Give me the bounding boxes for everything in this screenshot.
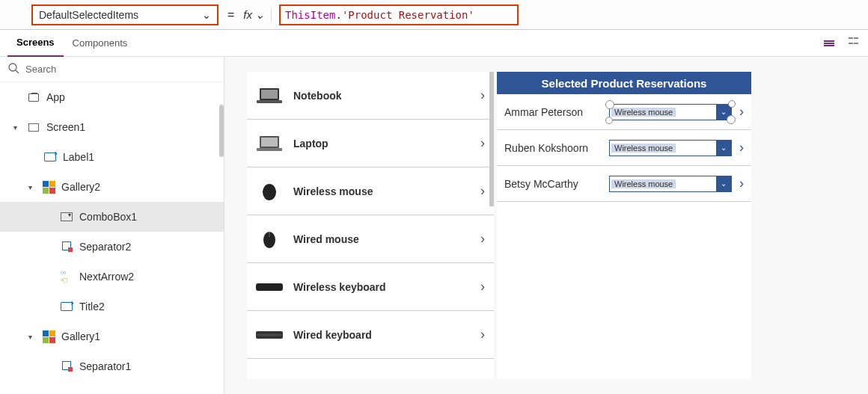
svg-rect-6 bbox=[261, 138, 278, 147]
tree-item-screen1[interactable]: ▾ Screen1 bbox=[0, 112, 224, 142]
chevron-down-icon: ▾ bbox=[13, 123, 21, 132]
gallery-icon bbox=[42, 180, 55, 194]
formula-string: 'Product Reservation' bbox=[342, 9, 474, 21]
keyboard-icon bbox=[256, 324, 283, 346]
reservations-gallery[interactable]: Selected Product Reservations Ammar Pete… bbox=[497, 72, 751, 379]
combobox-icon bbox=[60, 210, 73, 224]
tab-screens[interactable]: Screens bbox=[7, 30, 64, 57]
app-icon bbox=[27, 90, 40, 104]
fx-label[interactable]: fx ⌄ bbox=[243, 8, 272, 22]
svg-point-8 bbox=[263, 184, 276, 200]
product-gallery[interactable]: Notebook › Laptop › Wireless mouse › Wir… bbox=[247, 72, 494, 379]
tree-item-label1[interactable]: Label1 bbox=[0, 142, 224, 172]
search-placeholder: Search bbox=[25, 64, 56, 75]
chevron-right-icon[interactable]: › bbox=[480, 231, 485, 247]
search-icon bbox=[7, 62, 19, 76]
laptop-icon bbox=[256, 132, 283, 155]
scrollbar[interactable] bbox=[219, 105, 224, 157]
formula-keyword: ThisItem bbox=[285, 9, 335, 21]
property-name: DefaultSelectedItems bbox=[39, 9, 138, 21]
tree-item-app[interactable]: App bbox=[0, 82, 224, 112]
list-view-icon[interactable] bbox=[822, 36, 837, 51]
tree-item-separator1[interactable]: Separator1 bbox=[0, 351, 224, 381]
formula-input[interactable]: ThisItem.'Product Reservation' bbox=[279, 4, 519, 25]
tree-item-gallery2[interactable]: ▾ Gallery2 bbox=[0, 172, 224, 202]
nextarrow-icon bbox=[60, 270, 73, 283]
chevron-right-icon[interactable]: › bbox=[480, 135, 485, 151]
tree-item-separator2[interactable]: Separator2 bbox=[0, 232, 224, 262]
equals-sign: = bbox=[218, 8, 243, 22]
notebook-icon bbox=[256, 84, 283, 107]
chevron-down-icon: ▾ bbox=[28, 333, 36, 341]
label-icon bbox=[60, 300, 73, 313]
tree-view-panel: Search App ▾ Screen1 Label1 ▾ Gallery bbox=[0, 57, 224, 394]
keyboard-icon bbox=[256, 276, 283, 298]
list-item[interactable]: Wired keyboard › bbox=[247, 311, 494, 359]
tree-item-combobox1[interactable]: ComboBox1 bbox=[0, 202, 224, 232]
table-row[interactable]: Ruben Kokshoorn Wireless mouse ⌄ › bbox=[497, 130, 751, 166]
table-row[interactable]: Betsy McCarthy Wireless mouse ⌄ › bbox=[497, 166, 751, 202]
tab-components[interactable]: Components bbox=[64, 30, 137, 57]
separator-icon bbox=[60, 360, 73, 373]
tree-view: App ▾ Screen1 Label1 ▾ Gallery2 ComboBox… bbox=[0, 82, 224, 394]
list-item[interactable]: Wireless keyboard › bbox=[247, 263, 494, 311]
label-icon bbox=[43, 150, 57, 164]
svg-rect-11 bbox=[256, 283, 283, 291]
svg-rect-3 bbox=[261, 90, 278, 99]
chevron-right-icon[interactable]: › bbox=[480, 327, 485, 342]
chevron-right-icon[interactable]: › bbox=[739, 104, 744, 120]
list-item[interactable]: Notebook › bbox=[247, 72, 494, 120]
reservations-header: Selected Product Reservations bbox=[497, 72, 751, 94]
svg-rect-4 bbox=[257, 100, 282, 103]
chevron-down-icon: ⌄ bbox=[202, 9, 211, 21]
chevron-down-icon: ▾ bbox=[28, 183, 36, 191]
combobox[interactable]: Wireless mouse ⌄ bbox=[609, 140, 732, 156]
combobox[interactable]: Wireless mouse ⌄ bbox=[609, 104, 732, 120]
table-row[interactable]: Ammar Peterson Wireless mouse ⌄ › bbox=[497, 94, 751, 130]
canvas: Notebook › Laptop › Wireless mouse › Wir… bbox=[224, 57, 868, 394]
panel-tabs: Screens Components bbox=[0, 30, 868, 57]
property-dropdown[interactable]: DefaultSelectedItems ⌄ bbox=[31, 4, 218, 25]
mouse-icon bbox=[256, 228, 283, 250]
chevron-down-icon[interactable]: ⌄ bbox=[716, 176, 731, 191]
chevron-down-icon[interactable]: ⌄ bbox=[716, 141, 731, 156]
chevron-right-icon[interactable]: › bbox=[480, 87, 485, 103]
combobox[interactable]: Wireless mouse ⌄ bbox=[609, 176, 732, 192]
chevron-right-icon[interactable]: › bbox=[480, 183, 485, 199]
scrollbar[interactable] bbox=[489, 72, 494, 206]
chevron-right-icon[interactable]: › bbox=[480, 279, 485, 295]
list-item[interactable]: Wireless mouse › bbox=[247, 167, 494, 215]
search-input[interactable]: Search bbox=[0, 57, 224, 82]
screen-icon bbox=[27, 120, 40, 134]
tree-item-gallery1[interactable]: ▾ Gallery1 bbox=[0, 321, 224, 351]
gallery-icon bbox=[42, 330, 55, 343]
list-item[interactable]: Wired mouse › bbox=[247, 215, 494, 263]
mouse-icon bbox=[256, 180, 283, 203]
separator-icon bbox=[60, 240, 73, 253]
tree-item-nextarrow2[interactable]: NextArrow2 bbox=[0, 262, 224, 292]
svg-rect-7 bbox=[257, 148, 282, 151]
app-preview: Notebook › Laptop › Wireless mouse › Wir… bbox=[247, 72, 751, 379]
chevron-right-icon[interactable]: › bbox=[739, 140, 744, 156]
grid-view-icon[interactable] bbox=[846, 36, 861, 51]
tree-item-title2[interactable]: Title2 bbox=[0, 292, 224, 321]
chevron-down-icon: ⌄ bbox=[255, 8, 265, 22]
svg-point-0 bbox=[9, 64, 16, 71]
formula-bar: DefaultSelectedItems ⌄ = fx ⌄ ThisItem.'… bbox=[0, 0, 868, 30]
list-item[interactable]: Laptop › bbox=[247, 120, 494, 167]
chevron-right-icon[interactable]: › bbox=[739, 176, 744, 191]
svg-line-1 bbox=[16, 70, 19, 73]
